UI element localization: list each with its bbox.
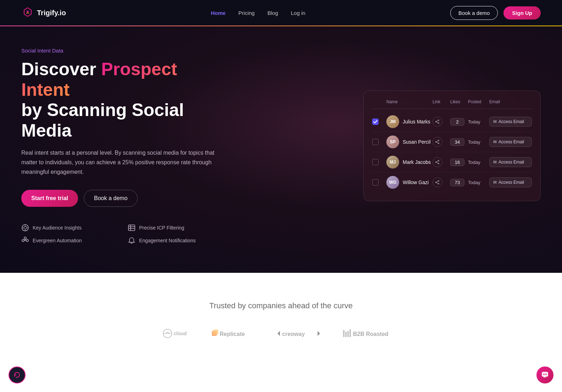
nav-signup-button[interactable]: Sign Up — [503, 6, 541, 20]
company1-logo-icon: cloud — [162, 328, 191, 339]
email-icon-small: ✉ — [493, 180, 497, 185]
feature-insights-label: Key Audience Insights — [33, 225, 82, 231]
hero-section: Social Intent Data Discover Prospect Int… — [0, 26, 562, 273]
svg-point-17 — [438, 123, 439, 124]
svg-point-12 — [24, 237, 26, 239]
posted-mark: Today — [468, 160, 489, 165]
access-email-mark[interactable]: ✉ Access Email — [489, 157, 532, 167]
start-free-trial-button[interactable]: Start free trial — [21, 190, 78, 207]
share-button-willow[interactable] — [432, 177, 442, 187]
book-demo-button[interactable]: Book a demo — [84, 190, 138, 207]
email-icon-small: ✉ — [493, 119, 497, 124]
check-icon — [373, 120, 378, 123]
email-icon-small: ✉ — [493, 139, 497, 144]
row-checkbox-susan[interactable] — [372, 139, 379, 145]
svg-line-30 — [436, 162, 438, 164]
svg-rect-47 — [347, 331, 349, 337]
hero-buttons: Start free trial Book a demo — [21, 190, 220, 207]
svg-point-10 — [22, 239, 24, 242]
th-likes: Likes — [450, 99, 468, 104]
logo[interactable]: Trigify.io — [21, 6, 66, 19]
svg-line-29 — [436, 161, 438, 162]
trusted-logo-1: cloud — [162, 328, 191, 340]
th-link: Link — [432, 99, 450, 104]
access-email-willow[interactable]: ✉ Access Email — [489, 177, 532, 187]
share-button-julius[interactable] — [432, 117, 442, 127]
hero-visual: Name Link Likes Posted Email JM Julius M — [220, 90, 541, 201]
svg-point-11 — [26, 239, 28, 242]
svg-line-19 — [436, 121, 438, 122]
svg-rect-6 — [128, 225, 135, 231]
access-email-susan[interactable]: ✉ Access Email — [489, 137, 532, 147]
row-checkbox-mark[interactable] — [372, 159, 379, 165]
feature-notifications: Engagement Notifications — [128, 237, 220, 244]
nav-link-pricing[interactable]: Pricing — [238, 10, 255, 16]
feature-insights: Key Audience Insights — [21, 224, 114, 232]
likes-willow: 73 — [450, 179, 464, 186]
logo-text: Trigify.io — [37, 9, 66, 17]
row-checkbox-willow[interactable] — [372, 179, 379, 186]
share-icon — [435, 140, 440, 144]
avatar-mark: MJ — [386, 156, 399, 169]
svg-rect-45 — [343, 330, 345, 337]
row-name-julius: JM Julius Marks — [386, 115, 432, 128]
nav-book-demo-button[interactable]: Book a demo — [450, 6, 498, 20]
trusted-title: Trusted by companies ahead of the curve — [21, 301, 541, 310]
b2broasted-logo-icon: B2B Roasted — [343, 328, 400, 339]
svg-marker-42 — [277, 331, 280, 336]
row-checkbox-julius[interactable] — [372, 118, 379, 125]
posted-willow: Today — [468, 180, 489, 185]
svg-point-32 — [438, 183, 439, 184]
svg-text:cloud: cloud — [173, 331, 187, 336]
icp-filtering-icon — [128, 224, 136, 232]
hero-title: Discover Prospect Intent by Scanning Soc… — [21, 59, 220, 141]
nav-links: Home Pricing Blog Log in — [211, 10, 305, 16]
creoway-logo-icon: creoway — [276, 328, 322, 339]
svg-point-1 — [24, 226, 27, 229]
svg-point-22 — [438, 143, 439, 144]
trusted-section: Trusted by companies ahead of the curve … — [0, 273, 562, 354]
likes-mark: 16 — [450, 159, 464, 166]
likes-julius: 2 — [450, 118, 464, 126]
svg-point-26 — [438, 160, 439, 161]
trusted-logo-replicate: Replicate — [212, 328, 254, 340]
svg-text:B2B Roasted: B2B Roasted — [353, 331, 389, 337]
avatar-willow: WG — [386, 176, 399, 189]
svg-line-20 — [436, 122, 438, 123]
name-julius: Julius Marks — [403, 119, 430, 125]
row-name-mark: MJ Mark Jacobs — [386, 156, 432, 169]
avatar-julius: JM — [386, 115, 399, 128]
svg-point-31 — [438, 181, 439, 182]
email-icon-small: ✉ — [493, 160, 497, 165]
svg-rect-40 — [213, 330, 218, 335]
svg-line-24 — [436, 141, 438, 142]
svg-marker-44 — [318, 331, 320, 336]
nav-link-login[interactable]: Log in — [291, 10, 305, 16]
svg-text:Replicate: Replicate — [220, 331, 245, 337]
nav-link-home[interactable]: Home — [211, 10, 226, 16]
table-row: WG Willow Gazi 73 Today ✉ — [372, 172, 532, 192]
table-row: SP Susan Percil 34 Today ✉ — [372, 132, 532, 152]
share-button-mark[interactable] — [432, 157, 442, 167]
trusted-logos: cloud Replicate creoway B2B Roas — [21, 328, 541, 340]
share-button-susan[interactable] — [432, 137, 442, 147]
nav-link-blog[interactable]: Blog — [268, 10, 278, 16]
notifications-icon — [128, 237, 136, 244]
table-header: Name Link Likes Posted Email — [372, 99, 532, 109]
audience-insights-icon — [21, 224, 29, 232]
prospect-card: Name Link Likes Posted Email JM Julius M — [363, 90, 541, 201]
feature-filtering-label: Precise ICP Filtering — [139, 225, 184, 231]
svg-point-33 — [436, 182, 437, 183]
avatar-susan: SP — [386, 136, 399, 148]
svg-rect-46 — [345, 332, 347, 337]
svg-line-25 — [436, 142, 438, 143]
access-email-julius[interactable]: ✉ Access Email — [489, 117, 532, 127]
posted-julius: Today — [468, 119, 489, 125]
feature-notifications-label: Engagement Notifications — [139, 238, 196, 243]
likes-susan: 34 — [450, 138, 464, 146]
hero-content: Social Intent Data Discover Prospect Int… — [21, 48, 220, 244]
table-row: JM Julius Marks 2 Today ✉ — [372, 112, 532, 132]
posted-susan: Today — [468, 139, 489, 145]
navbar-actions: Book a demo Sign Up — [450, 6, 541, 20]
svg-line-35 — [436, 183, 438, 184]
